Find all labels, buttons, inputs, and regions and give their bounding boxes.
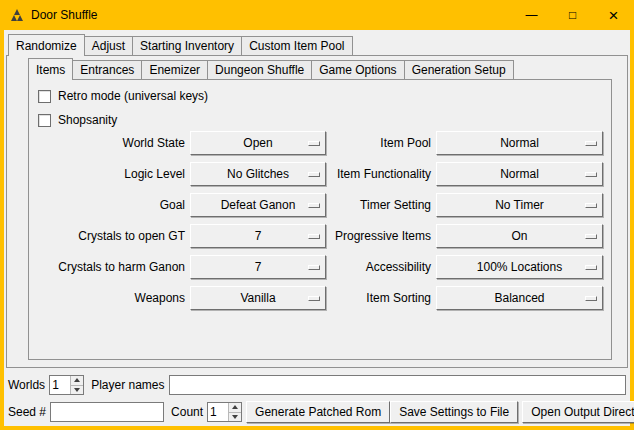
- shopsanity-checkbox-row[interactable]: Shopsanity: [38, 112, 117, 128]
- generate-patched-rom-button[interactable]: Generate Patched Rom: [246, 401, 390, 423]
- spin-down-button[interactable]: [71, 386, 83, 395]
- minimize-button[interactable]: —: [511, 0, 552, 30]
- label-logic-level: Logic Level: [38, 167, 185, 181]
- subtab-game-options[interactable]: Game Options: [311, 60, 404, 79]
- dropdown-indicator-icon: [308, 265, 320, 270]
- items-panel: Retro mode (universal keys) Shopsanity W…: [28, 79, 612, 360]
- dropdown-progressive-items[interactable]: On: [436, 224, 603, 248]
- tab-randomize[interactable]: Randomize: [8, 34, 85, 56]
- dropdown-world-state-value: Open: [243, 136, 272, 150]
- dropdown-accessibility[interactable]: 100% Locations: [436, 255, 603, 279]
- dropdown-world-state[interactable]: Open: [190, 131, 326, 155]
- seed-label: Seed #: [8, 405, 46, 419]
- label-crystals-open-gt: Crystals to open GT: [38, 229, 185, 243]
- dropdown-item-pool[interactable]: Normal: [436, 131, 603, 155]
- window: Door Shuffle — □ × Randomize Adjust Star…: [0, 0, 634, 430]
- open-output-directory-button[interactable]: Open Output Directory: [522, 401, 634, 423]
- maximize-icon: □: [569, 8, 576, 22]
- dropdown-progressive-items-value: On: [511, 229, 527, 243]
- label-weapons: Weapons: [38, 291, 185, 305]
- dropdown-indicator-icon: [585, 265, 597, 270]
- label-item-functionality: Item Functionality: [331, 167, 431, 181]
- dropdown-timer-setting[interactable]: No Timer: [436, 193, 603, 217]
- dropdown-weapons-value: Vanilla: [240, 291, 275, 305]
- dropdown-logic-level-value: No Glitches: [227, 167, 289, 181]
- label-item-sorting: Item Sorting: [331, 291, 431, 305]
- player-names-input[interactable]: [169, 375, 627, 395]
- dropdown-crystals-open-gt[interactable]: 7: [190, 224, 326, 248]
- options-grid: World State Open Item Pool Normal Logic …: [29, 127, 611, 313]
- subtab-enemizer[interactable]: Enemizer: [141, 60, 208, 79]
- dropdown-item-sorting[interactable]: Balanced: [436, 286, 603, 310]
- dropdown-item-functionality-value: Normal: [500, 167, 539, 181]
- sub-tab-bar: Items Entrances Enemizer Dungeon Shuffle…: [28, 58, 514, 79]
- dropdown-indicator-icon: [308, 203, 320, 208]
- down-arrow-icon: [232, 415, 238, 419]
- worlds-row: Worlds Player names: [8, 374, 626, 396]
- dropdown-timer-setting-value: No Timer: [495, 198, 544, 212]
- save-settings-button[interactable]: Save Settings to File: [390, 401, 518, 423]
- tab-custom-item-pool[interactable]: Custom Item Pool: [241, 36, 352, 55]
- worlds-label: Worlds: [8, 378, 45, 392]
- spin-up-button[interactable]: [71, 376, 83, 386]
- count-label: Count: [171, 405, 203, 419]
- count-spin-buttons: [228, 403, 241, 421]
- worlds-stepper[interactable]: [49, 375, 84, 395]
- label-progressive-items: Progressive Items: [331, 229, 431, 243]
- dropdown-item-functionality[interactable]: Normal: [436, 162, 603, 186]
- dropdown-weapons[interactable]: Vanilla: [190, 286, 326, 310]
- dropdown-crystals-harm-ganon-value: 7: [255, 260, 262, 274]
- tab-starting-inventory[interactable]: Starting Inventory: [132, 36, 242, 55]
- label-world-state: World State: [38, 136, 185, 150]
- spin-down-button[interactable]: [229, 413, 241, 422]
- dropdown-indicator-icon: [308, 296, 320, 301]
- titlebar[interactable]: Door Shuffle — □ ×: [0, 0, 634, 30]
- dropdown-goal-value: Defeat Ganon: [221, 198, 296, 212]
- up-arrow-icon: [74, 378, 80, 382]
- label-crystals-harm-ganon: Crystals to harm Ganon: [38, 260, 185, 274]
- app-icon: [9, 7, 25, 23]
- main-tab-bar: Randomize Adjust Starting Inventory Cust…: [8, 34, 353, 55]
- shopsanity-label: Shopsanity: [58, 113, 117, 127]
- window-title: Door Shuffle: [31, 8, 98, 22]
- dropdown-goal[interactable]: Defeat Ganon: [190, 193, 326, 217]
- dropdown-indicator-icon: [585, 296, 597, 301]
- dropdown-crystals-open-gt-value: 7: [255, 229, 262, 243]
- spin-up-button[interactable]: [229, 403, 241, 413]
- close-icon: ×: [609, 7, 619, 24]
- up-arrow-icon: [232, 405, 238, 409]
- dropdown-item-sorting-value: Balanced: [494, 291, 544, 305]
- shopsanity-checkbox[interactable]: [38, 114, 51, 127]
- label-accessibility: Accessibility: [331, 260, 431, 274]
- seed-row: Seed # Count Generate Patched Rom Save S…: [8, 400, 626, 424]
- maximize-button[interactable]: □: [552, 0, 593, 30]
- dropdown-crystals-harm-ganon[interactable]: 7: [190, 255, 326, 279]
- subtab-dungeon-shuffle[interactable]: Dungeon Shuffle: [207, 60, 312, 79]
- label-item-pool: Item Pool: [331, 136, 431, 150]
- dropdown-logic-level[interactable]: No Glitches: [190, 162, 326, 186]
- client-area: Randomize Adjust Starting Inventory Cust…: [4, 30, 630, 426]
- dropdown-indicator-icon: [308, 172, 320, 177]
- dropdown-indicator-icon: [308, 234, 320, 239]
- seed-input[interactable]: [50, 402, 164, 422]
- retro-mode-checkbox-row[interactable]: Retro mode (universal keys): [38, 88, 208, 104]
- count-stepper[interactable]: [207, 402, 242, 422]
- dropdown-indicator-icon: [585, 234, 597, 239]
- dropdown-accessibility-value: 100% Locations: [477, 260, 562, 274]
- worlds-spin-buttons: [70, 376, 83, 394]
- subtab-generation-setup[interactable]: Generation Setup: [404, 60, 514, 79]
- worlds-input[interactable]: [50, 376, 70, 394]
- retro-mode-checkbox[interactable]: [38, 90, 51, 103]
- randomize-panel: Items Entrances Enemizer Dungeon Shuffle…: [6, 55, 628, 368]
- minimize-icon: —: [526, 8, 538, 22]
- tab-adjust[interactable]: Adjust: [84, 36, 133, 55]
- dropdown-item-pool-value: Normal: [500, 136, 539, 150]
- dropdown-indicator-icon: [585, 141, 597, 146]
- count-input[interactable]: [208, 403, 228, 421]
- subtab-entrances[interactable]: Entrances: [72, 60, 142, 79]
- close-button[interactable]: ×: [593, 0, 634, 30]
- label-goal: Goal: [38, 198, 185, 212]
- player-names-label: Player names: [91, 378, 164, 392]
- retro-mode-label: Retro mode (universal keys): [58, 89, 208, 103]
- subtab-items[interactable]: Items: [28, 58, 73, 80]
